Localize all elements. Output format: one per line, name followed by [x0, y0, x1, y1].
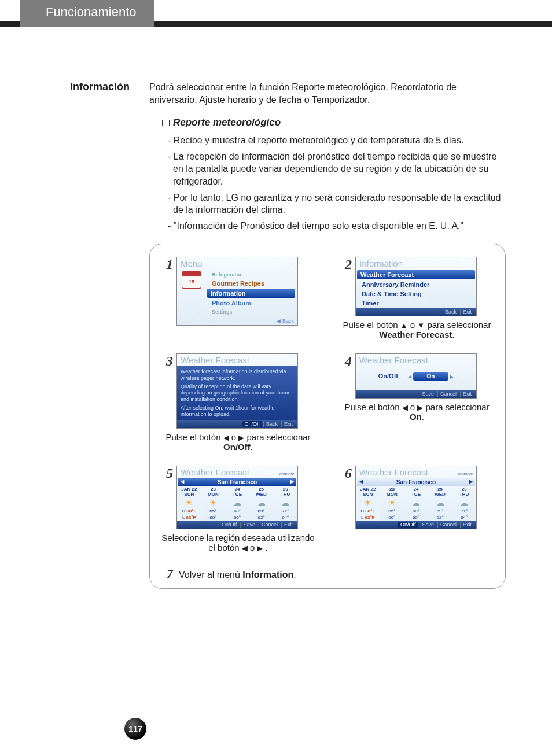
- step-caption-2: Pulse el botón ▲ o ▼ para seleccionar We…: [339, 320, 495, 340]
- screen-wf-onoff: Weather Forecast On/Off ◀ On ▶ Save Canc…: [355, 353, 477, 399]
- footer-onoff[interactable]: On/Off: [219, 522, 239, 528]
- screen-title: Weather Forecast: [359, 467, 428, 477]
- list-item: Por lo tanto, LG no garantiza y no será …: [168, 191, 506, 216]
- step-7: 7 Volver al menú Information.: [160, 566, 495, 581]
- sub-heading: Reporte meteorológico: [162, 116, 506, 130]
- footer-cancel[interactable]: Cancel: [437, 391, 459, 397]
- step-number-5: 5: [160, 466, 173, 529]
- footer-onoff[interactable]: On/Off: [242, 421, 262, 427]
- menu-item[interactable]: Photo Album: [206, 298, 296, 308]
- footer-onoff[interactable]: On/Off: [398, 522, 418, 528]
- left-arrow-icon[interactable]: ◀: [408, 374, 411, 379]
- footer-back[interactable]: Back: [443, 309, 459, 315]
- cloud-icon: ☁: [233, 498, 241, 507]
- footer-save[interactable]: Save: [419, 522, 436, 528]
- screen-title: Information: [356, 257, 476, 270]
- menu-item-selected[interactable]: Weather Forecast: [357, 270, 475, 279]
- step-caption-5: Seleccione la región deseada utilizando …: [160, 533, 316, 552]
- header-tab: Funcionamiento: [20, 0, 154, 27]
- screen-body-text: Weather forecast information is distribu…: [177, 366, 297, 420]
- menu-item[interactable]: Date & Time Setting: [356, 289, 476, 298]
- screen-title: Weather Forecast: [177, 354, 297, 366]
- step-number-2: 2: [339, 257, 352, 316]
- onoff-value[interactable]: On: [413, 372, 449, 381]
- menu-item[interactable]: Settings: [206, 308, 296, 316]
- forecast-table: JAN 22SUN 23MON 24TUE 25WED 26THU ☀ ☀ ☁ …: [177, 486, 297, 521]
- ambient-label: ambient: [458, 472, 473, 476]
- city-selector[interactable]: San Francisco: [178, 478, 296, 486]
- menu-item[interactable]: Refrigerator: [206, 271, 296, 279]
- section-title: Información: [0, 81, 130, 93]
- screen-title: Weather Forecast: [356, 354, 476, 366]
- step-number-4: 4: [339, 353, 352, 399]
- note-icon: [162, 120, 170, 126]
- step-caption-4: Pulse el botón ◀ o ▶ para seleccionar On…: [339, 402, 495, 422]
- intro-text: Podrá seleccionar entre la función Repor…: [149, 81, 506, 106]
- menu-item[interactable]: Timer: [356, 298, 476, 308]
- list-item: "Información de Pronóstico del tiempo so…: [168, 220, 506, 233]
- footer-back[interactable]: Back: [263, 421, 280, 427]
- forecast-table: JAN 22SUN 23MON 24TUE 25WED 26THU ☀ ☀ ☁ …: [356, 486, 476, 521]
- screen-title: Weather Forecast: [181, 467, 249, 477]
- screen-title: Menu: [177, 257, 297, 270]
- sun-icon: ☀: [185, 498, 193, 507]
- screen-wf-info: Weather Forecast Weather forecast inform…: [176, 353, 298, 429]
- city-selector[interactable]: San Francisco: [357, 478, 475, 486]
- cloud-icon: ☁: [281, 498, 289, 507]
- list-item: La recepción de información del pronósti…: [168, 150, 506, 188]
- step-number-6: 6: [339, 466, 352, 529]
- sun-icon: ☀: [388, 498, 396, 507]
- cloud-icon: ☁: [436, 498, 444, 507]
- footer-exit[interactable]: Exit: [460, 309, 474, 315]
- right-triangle-icon: ▶: [238, 433, 244, 442]
- list-item: Recibe y muestra el reporte meteorológic…: [168, 134, 506, 147]
- footer-exit[interactable]: Exit: [460, 522, 474, 528]
- down-triangle-icon: ▼: [417, 321, 425, 330]
- footer-exit[interactable]: Exit: [281, 522, 295, 528]
- menu-item[interactable]: Anniversary Reminder: [356, 280, 476, 289]
- sun-icon: ☀: [209, 498, 217, 507]
- screen-information: Information Weather Forecast Anniversary…: [355, 257, 477, 316]
- screen-menu: Menu 15 Refrigerator Gourmet Recipes Inf…: [176, 257, 298, 326]
- up-triangle-icon: ▲: [400, 321, 408, 330]
- right-triangle-icon: ▶: [417, 403, 423, 412]
- page-number: 117: [124, 718, 146, 740]
- step-caption-3: Pulse el botón ◀ o ▶ para seleccionar On…: [160, 432, 316, 452]
- menu-item[interactable]: Gourmet Recipes: [206, 279, 296, 288]
- header-rule-right: [154, 21, 552, 27]
- right-arrow-icon[interactable]: ▶: [450, 374, 454, 379]
- steps-panel: 1 Menu 15 Refrigerator Gourmet Recipes I…: [149, 244, 506, 589]
- footer-cancel[interactable]: Cancel: [259, 522, 280, 528]
- footer-save[interactable]: Save: [240, 522, 257, 528]
- sub-heading-label: Reporte meteorológico: [173, 116, 281, 130]
- header-bar: Funcionamiento: [0, 0, 552, 27]
- right-triangle-icon: ▶: [257, 544, 263, 552]
- menu-item-selected[interactable]: Information: [207, 289, 295, 298]
- step-number-7: 7: [160, 566, 173, 581]
- calendar-icon: 15: [182, 271, 201, 289]
- back-button[interactable]: ◀ Back: [177, 317, 297, 325]
- screen-wf-region-6: Weather Forecast ambient San Francisco J…: [355, 466, 477, 529]
- sun-icon: ☀: [364, 498, 371, 507]
- step-number-1: 1: [160, 257, 173, 326]
- cloud-icon: ☁: [460, 498, 468, 507]
- cloud-icon: ☁: [412, 498, 420, 507]
- onoff-label: On/Off: [378, 373, 398, 379]
- left-triangle-icon: ◀: [242, 544, 248, 552]
- footer-save[interactable]: Save: [419, 391, 436, 397]
- header-rule-left: [0, 21, 20, 27]
- step-7-text: Volver al menú: [179, 570, 242, 580]
- screen-wf-region-5: Weather Forecast ambient San Francisco J…: [176, 466, 298, 529]
- footer-exit[interactable]: Exit: [281, 421, 295, 427]
- bullet-list: Recibe y muestra el reporte meteorológic…: [168, 134, 506, 232]
- cloud-icon: ☁: [257, 498, 266, 507]
- left-triangle-icon: ◀: [402, 403, 408, 412]
- footer-exit[interactable]: Exit: [460, 391, 474, 397]
- ambient-label: ambient: [279, 472, 294, 476]
- left-triangle-icon: ◀: [223, 433, 229, 442]
- step-number-3: 3: [160, 353, 173, 429]
- footer-cancel[interactable]: Cancel: [437, 522, 459, 528]
